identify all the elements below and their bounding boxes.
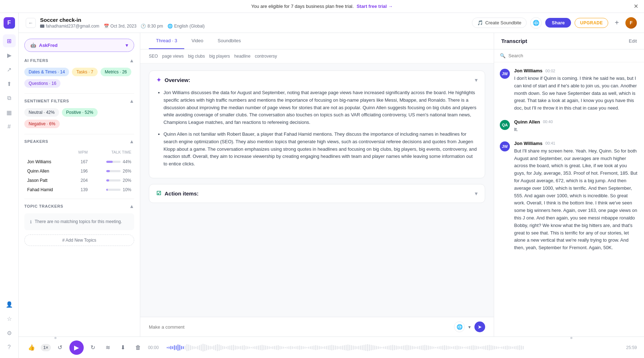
trial-banner: You are eligible for 7 days business pla… [0,0,644,13]
info-icon: ℹ [30,219,32,224]
speaker-timestamp: 00:40 [543,120,553,124]
tabs-bar: Thread · 3 Video Soundbites [140,33,494,49]
create-soundbite-button[interactable]: 🎵 Create Soundbite [472,18,527,28]
comment-globe-button[interactable]: 🌐 [454,321,465,332]
ai-filters-grid: Dates & Times · 14 Tasks · 7 Metrics · 2… [24,68,134,88]
start-trial-link[interactable]: Start free trial → [357,4,393,9]
share-button[interactable]: Share [545,18,571,28]
nav-star-icon[interactable]: ☆ [3,312,16,325]
app-logo[interactable]: F [4,17,15,29]
nav-dashboard-icon[interactable]: ▦ [3,106,16,119]
filter-tag[interactable]: page views [162,54,184,59]
ask-fred-chevron: ▾ [126,43,128,48]
fast-forward-button[interactable]: ↻ [87,342,99,353]
chip-negative[interactable]: Negative · 6% [24,120,60,128]
nav-layers-icon[interactable]: ⧉ [3,92,16,105]
topic-trackers-section-header[interactable]: TOPIC TRACKERS ▲ [24,203,134,209]
topic-trackers-chevron: ▲ [129,203,134,209]
sentiment-chips: Neutral · 42% Positive · 52% Negative · … [24,108,134,128]
topics-empty-message: ℹ There are no matching topics for this … [24,213,134,230]
filter-chip-dates[interactable]: Dates & Times · 14 [24,68,69,76]
upgrade-button[interactable]: UPGRADE [575,18,608,28]
download-button[interactable]: ⬇ [117,342,129,353]
sidebar: 🤖 AskFred ▾ AI FILTERS ▲ Dates & Times ·… [19,33,140,337]
overview-expand-icon: ▾ [475,77,478,83]
nav-help-icon[interactable]: ? [3,341,16,354]
speaker-name: Jon Williams [514,141,542,146]
nav-analytics-icon[interactable]: ↗ [3,63,16,76]
speaker-wpm-cell: 204 [69,176,91,185]
player-bar: 👍 1× ↺ ▶ ↻ ≋ ⬇ 🗑 00:00 25:59 [19,337,644,358]
speakers-table: WPM TALK TIME Jon Williams 167 44% Quinn… [24,149,134,194]
ask-fred-button[interactable]: 🤖 AskFred ▾ [24,39,134,52]
speakers-col-wpm: WPM [69,149,91,157]
transcript-text: I don't know if Quinn is coming. I think… [514,75,638,112]
edit-transcript-button[interactable]: Edit [629,38,637,44]
speaker-talktime-cell: 10% [91,185,134,194]
speaker-name: Jon Williams [514,68,542,73]
speaker-name-cell: Jason Patt [24,176,69,185]
transcript-text: But I'll share my screen here. Yeah. Hey… [514,147,638,252]
filter-chip-tasks[interactable]: Tasks · 7 [72,68,97,76]
thumbs-up-button[interactable]: 👍 [26,342,37,353]
filter-tag[interactable]: big clubs [188,54,205,59]
action-items-title-row[interactable]: ☑ Action items: ▾ [149,184,485,203]
speakers-section-header[interactable]: SPEAKERS ▲ [24,139,134,144]
speaker-talktime-cell: 20% [91,176,134,185]
delete-button[interactable]: 🗑 [132,342,144,353]
meeting-title: Soccer check-in [40,17,205,23]
filter-tag[interactable]: headline [234,54,250,59]
player-controls: 👍 1× ↺ ▶ ↻ ≋ ⬇ 🗑 [26,340,144,355]
filter-chip-questions[interactable]: Questions · 16 [24,79,60,88]
avatar[interactable]: F [625,17,637,29]
transcript-content: Jon Williams 00:02 I don't know if Quinn… [514,68,638,112]
table-row: Jon Williams 167 44% [24,157,134,166]
transcript-panel: Transcript Edit 🔍 JW Jon Williams 00:02 … [494,33,644,337]
tab-thread[interactable]: Thread · 3 [149,33,184,49]
nav-home-icon[interactable]: ⊞ [3,34,16,47]
filter-tag[interactable]: SEO [149,54,158,59]
nav-tags-icon[interactable]: # [3,120,16,133]
nav-meetings-icon[interactable]: ▶ [3,49,16,62]
nav-shared-icon[interactable]: ⬆ [3,77,16,90]
overview-section: ✦ Overview: ▾ Jon Williams discusses the… [149,71,485,178]
tab-soundbites[interactable]: Soundbites [210,33,248,49]
player-time-start: 00:00 [148,345,162,350]
nav-people-icon[interactable]: 👤 [3,298,16,311]
sentiment-filters-section-header[interactable]: SENTIMENT FILTERS ▲ [24,98,134,104]
comment-dropdown-icon[interactable]: ▾ [468,324,471,330]
comment-input[interactable] [149,324,450,330]
speakers-chevron: ▲ [129,139,134,144]
waveform-button[interactable]: ≋ [102,342,114,353]
transcript-search-input[interactable] [508,53,638,58]
soundbite-icon: 🎵 [477,20,483,25]
add-topics-button[interactable]: # Add New Topics [24,234,134,246]
filter-chip-metrics[interactable]: Metrics · 26 [101,68,131,76]
speaker-avatar: JW [500,141,510,151]
speaker-wpm-cell: 196 [69,166,91,176]
ai-filters-section-header[interactable]: AI FILTERS ▲ [24,58,134,63]
playback-dots-left [54,337,57,339]
filter-tag[interactable]: big players [209,54,230,59]
back-button[interactable]: ← [26,18,36,28]
globe-button[interactable]: 🌐 [530,17,542,29]
chip-neutral[interactable]: Neutral · 42% [24,108,59,117]
speaker-talktime-cell: 44% [91,157,134,166]
overview-title: Overview: [165,77,190,83]
speed-button[interactable]: 1× [41,344,51,351]
speaker-wpm-cell: 139 [69,185,91,194]
sentiment-filters-chevron: ▲ [129,98,134,104]
tab-video[interactable]: Video [184,33,210,49]
waveform-area[interactable] [167,340,618,355]
overview-title-row[interactable]: ✦ Overview: ▾ [149,71,485,89]
play-button[interactable]: ▶ [69,340,84,355]
close-banner-button[interactable]: ✕ [634,3,638,10]
comment-send-button[interactable]: ➤ [474,321,485,332]
nav-settings-icon[interactable]: ⚙ [3,326,16,339]
add-button[interactable]: + [612,18,622,28]
rewind-button[interactable]: ↺ [54,342,66,353]
player-time-end: 25:59 [623,345,637,350]
transcript-search-box: 🔍 [494,49,644,62]
filter-tag[interactable]: controversy [255,54,277,59]
chip-positive[interactable]: Positive · 52% [62,108,98,117]
